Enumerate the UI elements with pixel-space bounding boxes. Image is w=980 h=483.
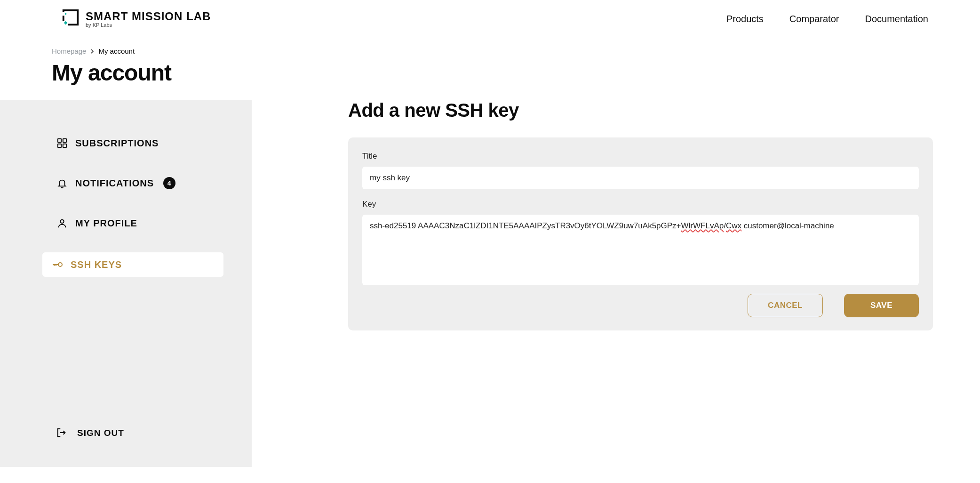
- svg-point-6: [58, 263, 62, 266]
- nav-products[interactable]: Products: [726, 14, 764, 24]
- sidebar-item-notifications[interactable]: NOTIFICATIONS 4: [56, 172, 209, 194]
- logo-icon: [61, 9, 80, 28]
- sidebar: SUBSCRIPTIONS NOTIFICATIONS 4 MY PROFILE: [0, 100, 252, 467]
- sidebar-list: SUBSCRIPTIONS NOTIFICATIONS 4 MY PROFILE: [56, 133, 209, 277]
- sign-out-icon: [56, 427, 68, 439]
- nav-comparator[interactable]: Comparator: [789, 14, 839, 24]
- user-icon: [56, 217, 68, 229]
- sidebar-item-my-profile[interactable]: MY PROFILE: [56, 213, 209, 233]
- title-label: Title: [362, 152, 919, 161]
- logo-text: SMART MISSION LAB by KP Labs: [86, 10, 211, 28]
- content-heading: Add a new SSH key: [348, 100, 933, 121]
- logo[interactable]: SMART MISSION LAB by KP Labs: [61, 9, 211, 28]
- key-input[interactable]: ssh-ed25519 AAAAC3NzaC1lZDI1NTE5AAAAIPZy…: [362, 215, 919, 285]
- notifications-badge: 4: [163, 177, 175, 189]
- svg-rect-2: [63, 139, 66, 142]
- form-actions: CANCEL SAVE: [362, 294, 919, 317]
- title-input[interactable]: [362, 167, 919, 189]
- content: Add a new SSH key Title Key ssh-ed25519 …: [252, 100, 980, 467]
- top-nav: Products Comparator Documentation: [726, 14, 928, 24]
- sidebar-item-label: NOTIFICATIONS: [75, 178, 154, 189]
- svg-rect-1: [58, 139, 61, 142]
- svg-point-0: [65, 13, 67, 15]
- bell-icon: [56, 177, 68, 189]
- cancel-button[interactable]: CANCEL: [748, 294, 823, 317]
- sidebar-item-label: MY PROFILE: [75, 218, 137, 229]
- grid-icon: [56, 137, 68, 149]
- breadcrumb-current: My account: [98, 47, 135, 55]
- key-label: Key: [362, 200, 919, 209]
- nav-documentation[interactable]: Documentation: [865, 14, 928, 24]
- sign-out-button[interactable]: SIGN OUT: [56, 427, 209, 439]
- header: SMART MISSION LAB by KP Labs Products Co…: [0, 0, 980, 28]
- save-button[interactable]: SAVE: [844, 294, 919, 317]
- breadcrumb-home[interactable]: Homepage: [52, 47, 86, 55]
- brand-subtitle: by KP Labs: [86, 22, 211, 28]
- page-title: My account: [52, 60, 980, 86]
- breadcrumb: Homepage My account: [52, 47, 980, 55]
- chevron-right-icon: [90, 48, 95, 55]
- ssh-key-form: Title Key ssh-ed25519 AAAAC3NzaC1lZDI1NT…: [348, 137, 933, 330]
- sidebar-item-label: SUBSCRIPTIONS: [75, 138, 159, 149]
- svg-rect-3: [58, 144, 61, 147]
- key-icon: [52, 259, 63, 270]
- sidebar-item-label: SSH KEYS: [71, 259, 122, 270]
- brand-title: SMART MISSION LAB: [86, 10, 211, 23]
- sidebar-item-subscriptions[interactable]: SUBSCRIPTIONS: [56, 133, 209, 153]
- svg-point-5: [60, 220, 64, 223]
- sidebar-item-ssh-keys[interactable]: SSH KEYS: [42, 252, 223, 277]
- page-header: Homepage My account My account: [0, 28, 980, 86]
- main: SUBSCRIPTIONS NOTIFICATIONS 4 MY PROFILE: [0, 100, 980, 467]
- sign-out-label: SIGN OUT: [77, 428, 124, 438]
- svg-rect-4: [63, 144, 66, 147]
